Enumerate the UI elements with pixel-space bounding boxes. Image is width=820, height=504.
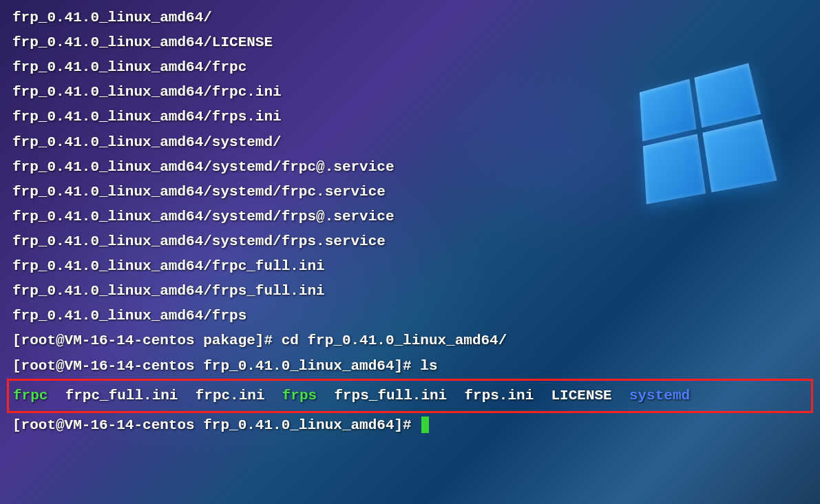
prompt-prefix: [root@VM-16-14-centos frp_0.41.0_linux_a… xyxy=(12,358,420,374)
output-line: frp_0.41.0_linux_amd64/frps xyxy=(12,304,808,328)
ls-output-line: frpc frpc_full.ini frpc.ini frps frps_fu… xyxy=(13,384,807,408)
output-line: frp_0.41.0_linux_amd64/systemd/frps@.ser… xyxy=(12,204,808,229)
ls-executable: frpc xyxy=(13,384,48,408)
command-text: ls xyxy=(420,358,437,374)
output-line: frp_0.41.0_linux_amd64/frpc_full.ini xyxy=(12,254,808,279)
terminal-cursor[interactable] xyxy=(421,417,429,433)
output-line: frp_0.41.0_linux_amd64/systemd/ xyxy=(12,130,808,155)
ls-directory: systemd xyxy=(629,384,690,408)
ls-file: LICENSE xyxy=(551,384,611,408)
prompt-prefix: [root@VM-16-14-centos frp_0.41.0_linux_a… xyxy=(12,417,420,433)
ls-file: frpc_full.ini xyxy=(65,384,178,408)
ls-file: frps_full.ini xyxy=(334,384,447,408)
prompt-line: [root@VM-16-14-centos frp_0.41.0_linux_a… xyxy=(12,413,808,438)
output-line: frp_0.41.0_linux_amd64/frps.ini xyxy=(12,105,808,129)
output-line: frp_0.41.0_linux_amd64/frps_full.ini xyxy=(12,279,808,304)
prompt-line: [root@VM-16-14-centos frp_0.41.0_linux_a… xyxy=(12,354,808,379)
command-text: cd frp_0.41.0_linux_amd64/ xyxy=(282,333,507,348)
output-line: frp_0.41.0_linux_amd64/frpc xyxy=(12,55,808,80)
output-line: frp_0.41.0_linux_amd64/systemd/frps.serv… xyxy=(12,229,808,254)
output-line: frp_0.41.0_linux_amd64/LICENSE xyxy=(12,30,808,55)
output-line: frp_0.41.0_linux_amd64/frpc.ini xyxy=(12,80,808,105)
highlighted-ls-output: frpc frpc_full.ini frpc.ini frps frps_fu… xyxy=(7,379,813,413)
output-line: frp_0.41.0_linux_amd64/systemd/frpc@.ser… xyxy=(12,155,808,180)
ls-file: frpc.ini xyxy=(196,384,265,408)
output-line: frp_0.41.0_linux_amd64/systemd/frpc.serv… xyxy=(12,180,808,204)
prompt-prefix: [root@VM-16-14-centos pakage]# xyxy=(12,333,282,348)
ls-executable: frps xyxy=(282,384,317,408)
ls-file: frps.ini xyxy=(464,384,534,408)
terminal-area[interactable]: frp_0.41.0_linux_amd64/ frp_0.41.0_linux… xyxy=(0,0,820,443)
prompt-line: [root@VM-16-14-centos pakage]# cd frp_0.… xyxy=(12,328,808,353)
output-line: frp_0.41.0_linux_amd64/ xyxy=(12,6,808,30)
